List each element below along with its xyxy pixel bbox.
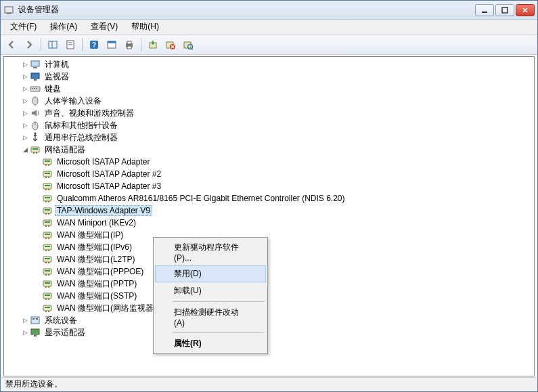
tree-node-label[interactable]: 系统设备: [43, 314, 79, 327]
svg-rect-87: [45, 311, 47, 312]
expander-icon[interactable]: ▷: [20, 133, 30, 142]
svg-rect-22: [31, 61, 39, 66]
svg-text:?: ?: [92, 41, 96, 49]
cm-properties[interactable]: 属性(R): [155, 335, 266, 352]
tree-row[interactable]: ▷键盘: [4, 83, 534, 95]
tree-row[interactable]: ▷显示适配器: [4, 326, 534, 339]
cm-uninstall[interactable]: 卸载(U): [155, 282, 266, 299]
expander-icon[interactable]: ▷: [20, 72, 30, 81]
svg-line-21: [192, 48, 194, 49]
tree-row[interactable]: ▷监视器: [4, 70, 534, 83]
tree-row[interactable]: WAN Miniport (IKEv2): [4, 217, 534, 229]
forward-button[interactable]: [21, 37, 37, 53]
menu-help[interactable]: 帮助(H): [125, 20, 166, 34]
tree-node-label[interactable]: 网络适配器: [43, 144, 87, 156]
tree-node-label[interactable]: TAP-Windows Adapter V9: [55, 205, 152, 216]
device-tree[interactable]: ▷计算机▷监视器▷键盘▷人体学输入设备▷声音、视频和游戏控制器▷鼠标和其他指针设…: [4, 57, 534, 376]
tree-node-label[interactable]: WAN 微型端口(网络监视器): [55, 302, 158, 315]
cm-disable[interactable]: 禁用(D): [155, 265, 266, 282]
svg-rect-59: [45, 225, 47, 227]
tree-row[interactable]: WAN 微型端口(PPTP): [4, 278, 534, 290]
tree-node-label[interactable]: 显示适配器: [43, 326, 87, 339]
tree-row[interactable]: ▷通用串行总线控制器: [4, 131, 534, 144]
svg-rect-83: [45, 299, 47, 300]
expander-icon[interactable]: ▷: [20, 108, 30, 118]
tree-node-label[interactable]: 监视器: [43, 70, 71, 83]
network-icon: [30, 144, 41, 155]
tree-node-label[interactable]: 通用串行总线控制器: [43, 131, 120, 144]
tree-row[interactable]: ▷鼠标和其他指针设备: [4, 119, 534, 131]
tree-row[interactable]: Qualcomm Atheros AR8161/8165 PCI-E Gigab…: [4, 192, 534, 204]
scan-hardware-button[interactable]: [180, 37, 196, 53]
print-button[interactable]: [121, 37, 137, 53]
tree-node-label[interactable]: 声音、视频和游戏控制器: [43, 107, 136, 120]
menu-file[interactable]: 文件(F): [3, 20, 43, 34]
tree-node-label[interactable]: 鼠标和其他指针设备: [43, 119, 120, 132]
tree-node-label[interactable]: WAN 微型端口(PPTP): [55, 278, 139, 290]
menu-action[interactable]: 操作(A): [43, 20, 84, 34]
expander-icon[interactable]: ▷: [20, 328, 30, 337]
tree-node-label[interactable]: WAN 微型端口(PPPOE): [55, 265, 145, 278]
adapter-icon: [42, 169, 53, 179]
minimize-button[interactable]: [475, 4, 494, 16]
tree-node-label[interactable]: Microsoft ISATAP Adapter #2: [55, 169, 163, 179]
expander-icon[interactable]: ▷: [20, 84, 30, 93]
expander-icon[interactable]: ▷: [20, 96, 30, 106]
tree-node-label[interactable]: 人体学输入设备: [43, 95, 104, 108]
tree-row[interactable]: ◢网络适配器: [4, 144, 534, 156]
adapter-icon: [42, 156, 53, 167]
tree-row[interactable]: TAP-Windows Adapter V9: [4, 204, 534, 217]
svg-rect-29: [36, 88, 37, 89]
svg-rect-24: [31, 73, 39, 79]
cm-update-driver[interactable]: 更新驱动程序软件(P)...: [155, 239, 266, 265]
tree-row[interactable]: WAN 微型端口(PPPOE): [4, 265, 534, 278]
expander-icon: [32, 255, 42, 264]
maximize-button[interactable]: [495, 4, 514, 16]
tree-row[interactable]: Microsoft ISATAP Adapter: [4, 156, 534, 168]
tree-row[interactable]: Microsoft ISATAP Adapter #3: [4, 180, 534, 192]
cm-separator: [173, 332, 265, 333]
disable-button[interactable]: [162, 37, 179, 53]
svg-rect-47: [45, 189, 47, 190]
tree-node-label[interactable]: Microsoft ISATAP Adapter #3: [55, 181, 163, 192]
tree-row[interactable]: ▷系统设备: [4, 314, 534, 326]
tree-node-label[interactable]: WAN 微型端口(IPv6): [55, 241, 134, 254]
back-button[interactable]: [3, 37, 20, 53]
show-hide-console-button[interactable]: [45, 37, 61, 53]
tree-node-label[interactable]: Qualcomm Atheros AR8161/8165 PCI-E Gigab…: [55, 193, 347, 204]
tree-row[interactable]: Microsoft ISATAP Adapter #2: [4, 168, 534, 180]
tree-row[interactable]: WAN 微型端口(SSTP): [4, 290, 534, 302]
expander-icon: [32, 242, 42, 252]
close-button[interactable]: [516, 4, 535, 16]
tree-node-label[interactable]: 计算机: [43, 58, 71, 71]
expander-icon[interactable]: ▷: [20, 315, 30, 325]
tree-node-label[interactable]: WAN Miniport (IKEv2): [55, 217, 138, 228]
menu-view[interactable]: 查看(V): [84, 20, 125, 34]
help-button[interactable]: ?: [86, 37, 102, 53]
tree-row[interactable]: WAN 微型端口(网络监视器): [4, 302, 534, 314]
update-driver-button[interactable]: [145, 37, 161, 53]
expander-icon[interactable]: ▷: [20, 121, 30, 130]
tree-row[interactable]: ▷声音、视频和游戏控制器: [4, 107, 534, 119]
tree-row[interactable]: WAN 微型端口(IP): [4, 229, 534, 241]
tree-row[interactable]: ▷人体学输入设备: [4, 95, 534, 107]
toolbar-separator: [82, 38, 83, 51]
svg-rect-80: [48, 286, 49, 288]
expander-icon[interactable]: ▷: [20, 60, 30, 69]
tree-node-label[interactable]: WAN 微型端口(L2TP): [55, 253, 137, 266]
tree-row[interactable]: WAN 微型端口(IPv6): [4, 241, 534, 253]
app-icon: [3, 5, 14, 16]
tree-node-label[interactable]: WAN 微型端口(IP): [55, 229, 125, 242]
expander-icon[interactable]: ◢: [20, 145, 30, 154]
svg-rect-14: [127, 41, 131, 44]
tree-node-label[interactable]: 键盘: [43, 83, 63, 95]
adapter-icon: [42, 230, 53, 240]
view-button[interactable]: [104, 37, 120, 53]
window-titlebar: 设备管理器: [1, 1, 537, 20]
tree-row[interactable]: WAN 微型端口(L2TP): [4, 253, 534, 265]
tree-row[interactable]: ▷计算机: [4, 58, 534, 70]
tree-node-label[interactable]: WAN 微型端口(SSTP): [55, 290, 139, 303]
properties-button[interactable]: [62, 37, 79, 53]
cm-scan[interactable]: 扫描检测硬件改动(A): [155, 304, 266, 330]
tree-node-label[interactable]: Microsoft ISATAP Adapter: [55, 156, 152, 167]
